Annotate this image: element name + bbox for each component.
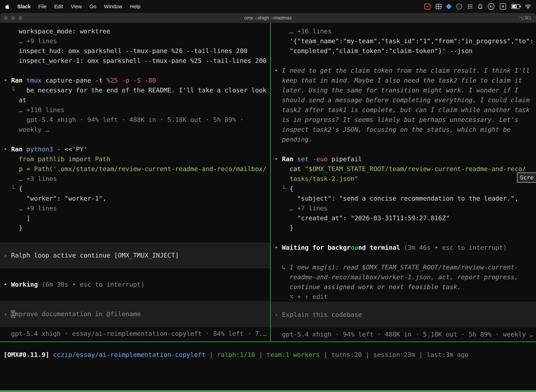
menu-item-edit[interactable]: Edit xyxy=(54,4,63,9)
terminal-line xyxy=(271,144,536,154)
menu-item-window[interactable]: Window xyxy=(104,4,122,9)
terminal-line: … +16 lines xyxy=(271,26,536,36)
terminal-window: omx --xhigh --madmax ⌥⌘1 workspace_mode:… xyxy=(0,13,536,392)
input-source-icon[interactable]: A xyxy=(500,3,506,10)
window-manager-icon[interactable] xyxy=(436,4,441,9)
tmux-status-bar: [omx-cczip0:bash* "MacBook-Pro-44.local"… xyxy=(0,390,536,392)
terminal-line: "worker": "worker-1", xyxy=(0,194,270,203)
traffic-lights xyxy=(4,13,22,23)
desktop: Slack File Edit View Go Window Help 61 A xyxy=(0,0,536,392)
terminal-line: gpt-5.4 xhigh · essay/ai-reimplementatio… xyxy=(0,329,270,339)
terminal-line: › Ralph loop active continue [OMX_TMUX_I… xyxy=(0,250,270,260)
battery-icon[interactable] xyxy=(511,4,520,9)
right-terminal-pane[interactable]: … +16 lines '{"team_name":"my-team","tas… xyxy=(271,23,536,341)
dots-grid-icon[interactable] xyxy=(467,4,473,9)
screen-edge-tooltip: Scre xyxy=(517,173,536,183)
terminal-line: later. Using the same for transition mig… xyxy=(271,85,536,95)
minimize-button[interactable] xyxy=(11,16,15,20)
terminal-line: p = Path('.omx/state/team/review-current… xyxy=(0,164,270,174)
terminal-line: tasks/task-2.json" xyxy=(271,174,536,184)
terminal-line: task2 after task1 is complete, but can I… xyxy=(271,105,536,115)
terminal-line: ] xyxy=(0,213,270,223)
bottom-status-area: [OMX#0.11.9] cczip/essay/ai-reimplementa… xyxy=(0,342,536,390)
terminal-line xyxy=(271,252,536,262)
input-source-label: A xyxy=(502,5,504,8)
terminal-line: "created_at": "2026-03-31T11:59:27.816Z" xyxy=(271,213,536,223)
terminal-line: … +7 lines xyxy=(271,203,536,213)
omx-status-line: [OMX#0.11.9] cczip/essay/ai-reimplementa… xyxy=(0,350,536,360)
ghost-app-icon[interactable] xyxy=(478,4,483,9)
menu-bar: Slack File Edit View Go Window Help 61 A xyxy=(0,0,536,13)
terminal-line: [OMX#0.11.9] cczip/essay/ai-reimplementa… xyxy=(0,350,536,360)
terminal-line: workspace_mode: worktree xyxy=(0,26,270,36)
terminal-line: • Working (6m 38s • esc to interrupt) xyxy=(0,280,270,289)
terminal-line: • Ran python3 - <<'PY' xyxy=(0,144,270,154)
terminal-line xyxy=(0,66,270,75)
tmux-panes: workspace_mode: worktree … +9 lines insp… xyxy=(0,23,536,342)
terminal-line: "subject": "send a concise recommendatio… xyxy=(271,194,536,203)
zoom-button[interactable] xyxy=(18,16,22,20)
left-input-band: › Ralph loop active continue [OMX_TMUX_I… xyxy=(0,242,270,268)
terminal-line: readme-and-reco/mailbox/worker-1.json, a… xyxy=(271,272,536,282)
gauge-value: 61 xyxy=(490,5,493,8)
left-working-status: • Working (6m 38s • esc to interrupt) xyxy=(0,280,270,289)
terminal-line xyxy=(0,135,270,144)
terminal-line: › Explain this codebase xyxy=(271,310,536,320)
apple-menu-icon[interactable] xyxy=(5,4,10,9)
terminal-line: pending. xyxy=(271,135,536,144)
terminal-line: from pathlib import Path xyxy=(0,154,270,164)
tmux-host-and-time: "MacBook-Pro-44.local" 05:03 31-Mar-26 xyxy=(387,392,532,392)
terminal-line: } xyxy=(0,223,270,233)
menu-app-name[interactable]: Slack xyxy=(17,4,31,9)
menu-item-help[interactable]: Help xyxy=(130,4,140,9)
terminal-line xyxy=(271,56,536,66)
terminal-line: • Ran set -euo pipefail xyxy=(271,154,536,164)
window-shortcut-hint: ⌥⌘1 xyxy=(519,15,531,21)
terminal-line: › Improve documentation in @filename xyxy=(0,309,270,319)
right-model-statusline: gpt-5.4 xhigh · 94% left · 488K in · 5.1… xyxy=(271,330,536,339)
terminal-line: inspect_hud: omx sparkshell --tmux-pane … xyxy=(0,46,270,56)
wifi-icon[interactable] xyxy=(525,4,531,9)
tmux-session-info: [omx-cczip0:bash* xyxy=(4,392,69,392)
terminal-line: "completed","claim_token":"claim-token"}… xyxy=(271,46,536,56)
menu-item-file[interactable]: File xyxy=(38,4,47,9)
terminal-line: └ { xyxy=(271,184,536,194)
terminal-line: └ { xyxy=(0,184,270,194)
terminal-line: • I need to get the claim token from the… xyxy=(271,66,536,75)
menu-item-go[interactable]: Go xyxy=(90,4,96,9)
left-prompt-band[interactable]: › Improve documentation in @filename xyxy=(0,301,270,327)
terminal-line: keep that in mind. Maybe I also need the… xyxy=(271,75,536,85)
window-title: omx --xhigh --madmax xyxy=(244,15,292,21)
terminal-line: • Waiting for background terminal (3m 46… xyxy=(271,243,536,252)
terminal-line: … +110 lines xyxy=(0,105,270,115)
terminal-line: weekly … xyxy=(0,125,270,135)
close-button[interactable] xyxy=(4,16,8,20)
menu-item-view[interactable]: View xyxy=(71,4,82,9)
left-pane-output: workspace_mode: worktree … +9 lines insp… xyxy=(0,26,270,233)
terminal-line: … +9 lines xyxy=(0,36,270,46)
battery-percent-gauge-icon[interactable]: 61 xyxy=(488,3,494,10)
window-titlebar[interactable]: omx --xhigh --madmax ⌥⌘1 xyxy=(0,13,536,23)
left-model-statusline: gpt-5.4 xhigh · essay/ai-reimplementatio… xyxy=(0,329,270,339)
terminal-line: inspect_worker-1: omx sparkshell --tmux-… xyxy=(0,56,270,66)
terminal-line: └ be necessary for the end of the README… xyxy=(0,85,270,95)
dark-app-icon[interactable] xyxy=(456,4,462,9)
blue-app-icon[interactable] xyxy=(446,4,452,9)
terminal-line: cat "$OMX_TEAM_STATE_ROOT/team/review-cu… xyxy=(271,164,536,174)
screen-recording-stop-icon[interactable] xyxy=(424,4,431,9)
right-pane-output: … +16 lines '{"team_name":"my-team","tas… xyxy=(271,26,536,302)
terminal-line: gpt-5.4 xhigh · 94% left · 488K in · 5.1… xyxy=(0,115,270,125)
terminal-line: should send a message before completing … xyxy=(271,95,536,105)
terminal-line: is in progress? It seems likely but perh… xyxy=(271,115,536,125)
terminal-line: ↳ 1 new msg(s): read $OMX_TEAM_STATE_ROO… xyxy=(271,262,536,272)
terminal-line: '{"team_name":"my-team","task_id":"1","f… xyxy=(271,36,536,46)
left-terminal-pane[interactable]: workspace_mode: worktree … +9 lines insp… xyxy=(0,23,271,341)
terminal-line: inspect task2's JSON, focusing on the st… xyxy=(271,125,536,135)
terminal-line: • Ran tmux capture-pane -t %25 -p -S -80 xyxy=(0,75,270,85)
right-prompt-band[interactable]: › Explain this codebase xyxy=(271,302,536,328)
terminal-line: … +3 lines xyxy=(0,174,270,184)
terminal-line: } xyxy=(271,223,536,233)
menu-bar-status-icons: 61 A xyxy=(424,3,531,10)
terminal-line: at xyxy=(0,95,270,105)
terminal-line: ⌥ + ↑ edit xyxy=(271,292,536,302)
